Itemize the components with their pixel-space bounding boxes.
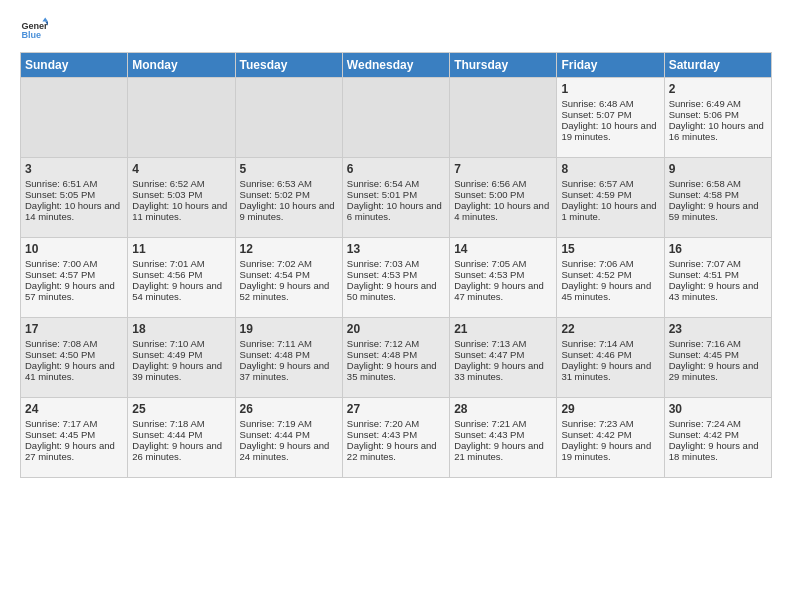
cell-3-2: 11Sunrise: 7:01 AMSunset: 4:56 PMDayligh… bbox=[128, 238, 235, 318]
day-number: 25 bbox=[132, 402, 230, 416]
day-number: 7 bbox=[454, 162, 552, 176]
day-number: 3 bbox=[25, 162, 123, 176]
day-info: Daylight: 10 hours and 6 minutes. bbox=[347, 200, 445, 222]
day-number: 24 bbox=[25, 402, 123, 416]
cell-2-4: 6Sunrise: 6:54 AMSunset: 5:01 PMDaylight… bbox=[342, 158, 449, 238]
day-info: Sunrise: 7:19 AM bbox=[240, 418, 338, 429]
day-info: Sunrise: 6:48 AM bbox=[561, 98, 659, 109]
cell-5-6: 29Sunrise: 7:23 AMSunset: 4:42 PMDayligh… bbox=[557, 398, 664, 478]
day-info: Sunrise: 7:16 AM bbox=[669, 338, 767, 349]
day-info: Sunset: 5:03 PM bbox=[132, 189, 230, 200]
day-info: Daylight: 9 hours and 37 minutes. bbox=[240, 360, 338, 382]
day-info: Sunset: 5:06 PM bbox=[669, 109, 767, 120]
logo: General Blue bbox=[20, 16, 48, 44]
day-info: Sunrise: 6:54 AM bbox=[347, 178, 445, 189]
day-info: Sunrise: 7:11 AM bbox=[240, 338, 338, 349]
day-header-friday: Friday bbox=[557, 53, 664, 78]
day-info: Sunrise: 7:06 AM bbox=[561, 258, 659, 269]
cell-3-7: 16Sunrise: 7:07 AMSunset: 4:51 PMDayligh… bbox=[664, 238, 771, 318]
day-header-sunday: Sunday bbox=[21, 53, 128, 78]
day-info: Sunrise: 7:08 AM bbox=[25, 338, 123, 349]
day-info: Daylight: 9 hours and 59 minutes. bbox=[669, 200, 767, 222]
cell-1-3 bbox=[235, 78, 342, 158]
day-info: Sunset: 5:07 PM bbox=[561, 109, 659, 120]
day-info: Sunset: 4:47 PM bbox=[454, 349, 552, 360]
day-info: Sunset: 4:42 PM bbox=[561, 429, 659, 440]
day-info: Sunrise: 7:18 AM bbox=[132, 418, 230, 429]
day-info: Sunrise: 7:03 AM bbox=[347, 258, 445, 269]
cell-3-6: 15Sunrise: 7:06 AMSunset: 4:52 PMDayligh… bbox=[557, 238, 664, 318]
cell-2-7: 9Sunrise: 6:58 AMSunset: 4:58 PMDaylight… bbox=[664, 158, 771, 238]
day-info: Sunrise: 6:56 AM bbox=[454, 178, 552, 189]
day-info: Sunset: 4:48 PM bbox=[240, 349, 338, 360]
day-number: 16 bbox=[669, 242, 767, 256]
day-info: Daylight: 9 hours and 33 minutes. bbox=[454, 360, 552, 382]
day-info: Sunrise: 7:01 AM bbox=[132, 258, 230, 269]
day-info: Daylight: 9 hours and 50 minutes. bbox=[347, 280, 445, 302]
day-info: Sunset: 4:43 PM bbox=[454, 429, 552, 440]
day-info: Sunset: 4:51 PM bbox=[669, 269, 767, 280]
cell-1-5 bbox=[450, 78, 557, 158]
day-info: Sunset: 4:52 PM bbox=[561, 269, 659, 280]
day-number: 1 bbox=[561, 82, 659, 96]
cell-3-3: 12Sunrise: 7:02 AMSunset: 4:54 PMDayligh… bbox=[235, 238, 342, 318]
cell-1-1 bbox=[21, 78, 128, 158]
header: General Blue bbox=[20, 16, 772, 44]
day-info: Sunrise: 6:51 AM bbox=[25, 178, 123, 189]
cell-1-2 bbox=[128, 78, 235, 158]
cell-3-1: 10Sunrise: 7:00 AMSunset: 4:57 PMDayligh… bbox=[21, 238, 128, 318]
day-number: 15 bbox=[561, 242, 659, 256]
day-info: Daylight: 10 hours and 4 minutes. bbox=[454, 200, 552, 222]
day-header-monday: Monday bbox=[128, 53, 235, 78]
logo-icon: General Blue bbox=[20, 16, 48, 44]
day-number: 10 bbox=[25, 242, 123, 256]
day-number: 19 bbox=[240, 322, 338, 336]
day-info: Daylight: 10 hours and 1 minute. bbox=[561, 200, 659, 222]
day-info: Sunrise: 7:20 AM bbox=[347, 418, 445, 429]
day-info: Daylight: 9 hours and 41 minutes. bbox=[25, 360, 123, 382]
day-info: Sunset: 4:53 PM bbox=[454, 269, 552, 280]
day-info: Daylight: 9 hours and 31 minutes. bbox=[561, 360, 659, 382]
cell-1-7: 2Sunrise: 6:49 AMSunset: 5:06 PMDaylight… bbox=[664, 78, 771, 158]
day-number: 29 bbox=[561, 402, 659, 416]
svg-text:Blue: Blue bbox=[21, 30, 41, 40]
day-header-tuesday: Tuesday bbox=[235, 53, 342, 78]
day-info: Daylight: 10 hours and 9 minutes. bbox=[240, 200, 338, 222]
day-number: 8 bbox=[561, 162, 659, 176]
week-row-4: 17Sunrise: 7:08 AMSunset: 4:50 PMDayligh… bbox=[21, 318, 772, 398]
day-number: 27 bbox=[347, 402, 445, 416]
day-number: 30 bbox=[669, 402, 767, 416]
cell-3-4: 13Sunrise: 7:03 AMSunset: 4:53 PMDayligh… bbox=[342, 238, 449, 318]
day-number: 6 bbox=[347, 162, 445, 176]
day-number: 5 bbox=[240, 162, 338, 176]
day-info: Daylight: 9 hours and 22 minutes. bbox=[347, 440, 445, 462]
day-info: Sunrise: 7:12 AM bbox=[347, 338, 445, 349]
day-info: Sunrise: 7:23 AM bbox=[561, 418, 659, 429]
day-info: Daylight: 9 hours and 52 minutes. bbox=[240, 280, 338, 302]
cell-2-5: 7Sunrise: 6:56 AMSunset: 5:00 PMDaylight… bbox=[450, 158, 557, 238]
day-info: Daylight: 9 hours and 57 minutes. bbox=[25, 280, 123, 302]
day-info: Daylight: 9 hours and 24 minutes. bbox=[240, 440, 338, 462]
day-info: Daylight: 9 hours and 43 minutes. bbox=[669, 280, 767, 302]
cell-3-5: 14Sunrise: 7:05 AMSunset: 4:53 PMDayligh… bbox=[450, 238, 557, 318]
day-info: Sunrise: 7:13 AM bbox=[454, 338, 552, 349]
cell-4-6: 22Sunrise: 7:14 AMSunset: 4:46 PMDayligh… bbox=[557, 318, 664, 398]
day-info: Daylight: 10 hours and 16 minutes. bbox=[669, 120, 767, 142]
day-info: Sunset: 4:57 PM bbox=[25, 269, 123, 280]
day-info: Sunset: 4:58 PM bbox=[669, 189, 767, 200]
day-info: Sunset: 4:43 PM bbox=[347, 429, 445, 440]
cell-5-3: 26Sunrise: 7:19 AMSunset: 4:44 PMDayligh… bbox=[235, 398, 342, 478]
day-number: 2 bbox=[669, 82, 767, 96]
cell-4-4: 20Sunrise: 7:12 AMSunset: 4:48 PMDayligh… bbox=[342, 318, 449, 398]
cell-2-2: 4Sunrise: 6:52 AMSunset: 5:03 PMDaylight… bbox=[128, 158, 235, 238]
cell-4-2: 18Sunrise: 7:10 AMSunset: 4:49 PMDayligh… bbox=[128, 318, 235, 398]
cell-5-4: 27Sunrise: 7:20 AMSunset: 4:43 PMDayligh… bbox=[342, 398, 449, 478]
day-info: Sunrise: 7:10 AM bbox=[132, 338, 230, 349]
cell-2-6: 8Sunrise: 6:57 AMSunset: 4:59 PMDaylight… bbox=[557, 158, 664, 238]
day-info: Daylight: 9 hours and 26 minutes. bbox=[132, 440, 230, 462]
day-info: Sunset: 4:45 PM bbox=[669, 349, 767, 360]
day-info: Daylight: 9 hours and 29 minutes. bbox=[669, 360, 767, 382]
cell-4-3: 19Sunrise: 7:11 AMSunset: 4:48 PMDayligh… bbox=[235, 318, 342, 398]
calendar-table: SundayMondayTuesdayWednesdayThursdayFrid… bbox=[20, 52, 772, 478]
day-number: 21 bbox=[454, 322, 552, 336]
